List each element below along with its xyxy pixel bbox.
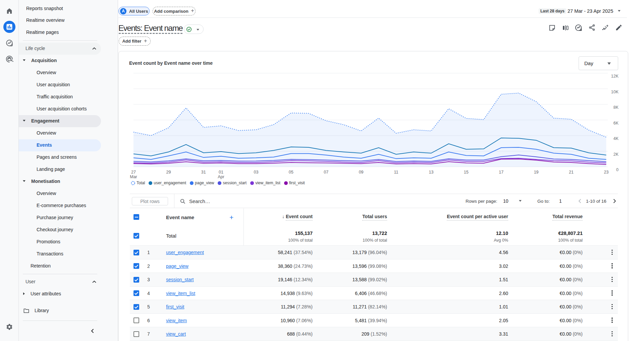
svg-text:2K: 2K [613, 152, 619, 157]
svg-text:29: 29 [166, 170, 171, 175]
svg-text:11: 11 [394, 170, 398, 175]
svg-text:05: 05 [289, 170, 293, 175]
svg-text:Apr: Apr [218, 175, 224, 179]
svg-text:21: 21 [569, 170, 574, 175]
svg-text:23: 23 [604, 170, 608, 175]
svg-text:01: 01 [219, 170, 223, 175]
svg-text:31: 31 [201, 170, 206, 175]
svg-text:13: 13 [429, 170, 433, 175]
svg-text:03: 03 [254, 170, 258, 175]
svg-text:6K: 6K [613, 121, 619, 126]
svg-text:09: 09 [359, 170, 364, 175]
svg-text:12K: 12K [611, 74, 619, 79]
svg-text:19: 19 [534, 170, 539, 175]
svg-text:17: 17 [499, 170, 503, 175]
svg-text:8K: 8K [613, 105, 619, 110]
svg-text:27: 27 [131, 170, 136, 175]
svg-text:4K: 4K [613, 136, 619, 141]
svg-text:10K: 10K [611, 90, 619, 94]
svg-text:15: 15 [464, 170, 469, 175]
svg-text:Mar: Mar [130, 175, 137, 179]
svg-text:07: 07 [324, 170, 328, 175]
svg-text:0: 0 [616, 167, 619, 172]
